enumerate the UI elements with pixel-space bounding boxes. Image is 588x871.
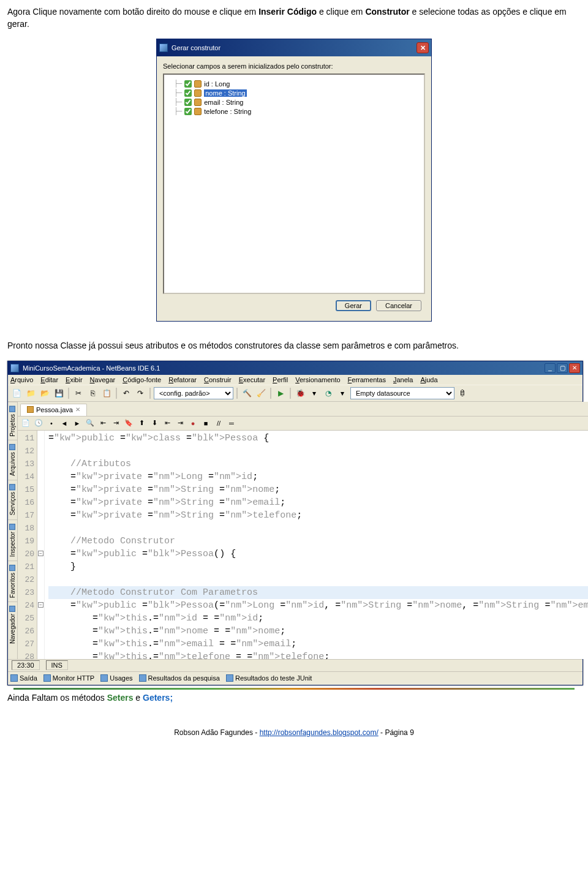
editor-tab-bar: Pessoa.java ✕ ◄►▼□: [18, 402, 588, 417]
tab-icon: [10, 606, 16, 612]
sidebar-tab[interactable]: Inspector: [8, 519, 17, 560]
macro-start-icon[interactable]: ●: [187, 418, 198, 429]
maximize-button[interactable]: ▢: [557, 363, 568, 373]
new-file-icon[interactable]: 📄: [10, 387, 23, 399]
copy-icon[interactable]: ⎘: [86, 387, 99, 399]
next-error-icon[interactable]: ⬇: [149, 418, 160, 429]
clean-build-icon[interactable]: 🧹: [255, 387, 267, 399]
netbeans-icon: [10, 364, 19, 372]
profile-dropdown-icon[interactable]: ▾: [336, 387, 349, 399]
menu-item[interactable]: Editar: [40, 376, 58, 383]
tab-close-icon[interactable]: ✕: [75, 406, 80, 413]
code-area[interactable]: ="kw">public ="kw">class ="blk">Pessoa {…: [45, 431, 588, 659]
tree-item[interactable]: ├─nome : String: [174, 89, 420, 97]
datasource-combo[interactable]: Empty datasource: [350, 387, 454, 399]
nav-fwd-icon[interactable]: ►: [72, 418, 83, 429]
ide-titlebar: MiniCursoSemAcademica - NetBeans IDE 6.1…: [8, 361, 582, 375]
sidebar-tab[interactable]: Serviços: [8, 480, 17, 519]
field-label: id : Long: [204, 80, 230, 88]
new-project-icon[interactable]: 📁: [24, 387, 37, 399]
prev-error-icon[interactable]: ⬆: [136, 418, 147, 429]
run-icon[interactable]: ▶: [274, 387, 287, 399]
intro-paragraph: Agora Clique novamente com botão direito…: [7, 6, 581, 30]
tree-item[interactable]: ├─telefone : String: [174, 107, 420, 115]
save-all-icon[interactable]: 💾: [53, 387, 65, 399]
footer-link[interactable]: http://robsonfagundes.blogspot.com/: [260, 728, 379, 737]
output-tab[interactable]: Saída: [10, 674, 37, 682]
left-sidebar-tabs[interactable]: ProjetosArquivosServiçosInspectorFavorit…: [8, 402, 18, 659]
build-icon[interactable]: 🔨: [241, 387, 253, 399]
menu-item[interactable]: Exibir: [66, 376, 83, 383]
datasource-action-icon[interactable]: 🛢: [456, 387, 469, 399]
menu-item[interactable]: Versionamento: [295, 376, 340, 383]
menu-item[interactable]: Navegar: [90, 376, 116, 383]
debug-icon[interactable]: 🐞: [294, 387, 306, 399]
debug-dropdown-icon[interactable]: ▾: [308, 387, 320, 399]
main-toolbar[interactable]: 📄 📁 📂 💾 ✂ ⎘ 📋 ↶ ↷ <config. padrão> 🔨 🧹 ▶…: [8, 385, 582, 402]
redo-icon[interactable]: ↷: [134, 387, 146, 399]
menu-item[interactable]: Arquivo: [10, 376, 33, 383]
shift-left-icon[interactable]: ⇤: [162, 418, 173, 429]
menu-item[interactable]: Código-fonte: [123, 376, 161, 383]
output-tab[interactable]: Resultados da pesquisa: [139, 674, 220, 682]
status-bar: 23:30 INS: [8, 659, 582, 671]
menu-item[interactable]: Janela: [393, 376, 413, 383]
history-icon[interactable]: 🕓: [33, 418, 44, 429]
fold-toggle[interactable]: −: [38, 551, 43, 556]
fold-toggle[interactable]: −: [38, 602, 43, 608]
insert-mode: INS: [46, 660, 68, 670]
menu-item[interactable]: Executar: [239, 376, 265, 383]
menu-item[interactable]: Ferramentas: [348, 376, 386, 383]
bookmark-next-icon[interactable]: ⇥: [110, 418, 121, 429]
output-tab[interactable]: Resultados do teste JUnit: [226, 674, 312, 682]
minimize-button[interactable]: _: [545, 363, 556, 373]
field-checkbox[interactable]: [184, 89, 192, 97]
editor-toolbar[interactable]: 📄 🕓 • ◄ ► 🔍 ⇤ ⇥ 🔖 ⬆ ⬇ ⇤ ⇥ ● ■ // ═: [18, 417, 588, 431]
open-icon[interactable]: 📂: [39, 387, 51, 399]
tree-item[interactable]: ├─id : Long: [174, 80, 420, 88]
undo-icon[interactable]: ↶: [120, 387, 132, 399]
close-button[interactable]: ✕: [417, 42, 429, 53]
nav-back-icon[interactable]: ◄: [59, 418, 70, 429]
menu-item[interactable]: Construir: [204, 376, 232, 383]
fields-tree[interactable]: ├─id : Long├─nome : String├─email : Stri…: [163, 74, 425, 294]
tree-item[interactable]: ├─email : String: [174, 98, 420, 106]
output-tabs[interactable]: SaídaMonitor HTTPUsagesResultados da pes…: [8, 671, 582, 685]
dialog-titlebar: Gerar construtor ✕: [157, 39, 431, 56]
sidebar-tab[interactable]: Projetos: [8, 402, 17, 440]
menu-item[interactable]: Ajuda: [420, 376, 437, 383]
source-view-icon[interactable]: 📄: [20, 418, 31, 429]
fold-gutter[interactable]: −−: [37, 431, 45, 659]
field-checkbox[interactable]: [184, 99, 192, 106]
generate-button[interactable]: Gerar: [336, 300, 371, 311]
editor-tab-pessoa[interactable]: Pessoa.java ✕: [20, 404, 87, 416]
sidebar-tab[interactable]: Arquivos: [8, 440, 17, 480]
field-checkbox[interactable]: [184, 108, 192, 115]
output-tab-icon: [139, 674, 146, 682]
close-window-button[interactable]: ✕: [569, 363, 580, 373]
config-combo[interactable]: <config. padrão>: [154, 387, 233, 399]
cancel-button[interactable]: Cancelar: [376, 300, 421, 311]
output-tab[interactable]: Monitor HTTP: [43, 674, 94, 682]
ide-title-text: MiniCursoSemAcademica - NetBeans IDE 6.1: [23, 364, 160, 372]
paste-icon[interactable]: 📋: [100, 387, 113, 399]
cut-icon[interactable]: ✂: [72, 387, 85, 399]
field-checkbox[interactable]: [184, 80, 192, 88]
comment-icon[interactable]: //: [213, 418, 224, 429]
field-icon: [194, 99, 202, 106]
uncomment-icon[interactable]: ═: [226, 418, 237, 429]
find-icon[interactable]: 🔍: [85, 418, 96, 429]
profile-icon[interactable]: ◔: [322, 387, 334, 399]
code-editor[interactable]: 11121314151617181920212223242526272829 −…: [18, 431, 588, 659]
menu-bar[interactable]: ArquivoEditarExibirNavegarCódigo-fonteRe…: [8, 375, 582, 385]
sidebar-tab[interactable]: Favoritos: [8, 560, 17, 601]
menu-item[interactable]: Perfil: [273, 376, 288, 383]
toggle-bookmark-icon[interactable]: 🔖: [123, 418, 134, 429]
macro-stop-icon[interactable]: ■: [200, 418, 211, 429]
menu-item[interactable]: Refatorar: [168, 376, 197, 383]
shift-right-icon[interactable]: ⇥: [175, 418, 186, 429]
sidebar-tab[interactable]: Navegador: [8, 601, 17, 647]
bookmark-prev-icon[interactable]: ⇤: [97, 418, 108, 429]
output-tab[interactable]: Usages: [100, 674, 132, 682]
field-icon: [194, 108, 202, 115]
